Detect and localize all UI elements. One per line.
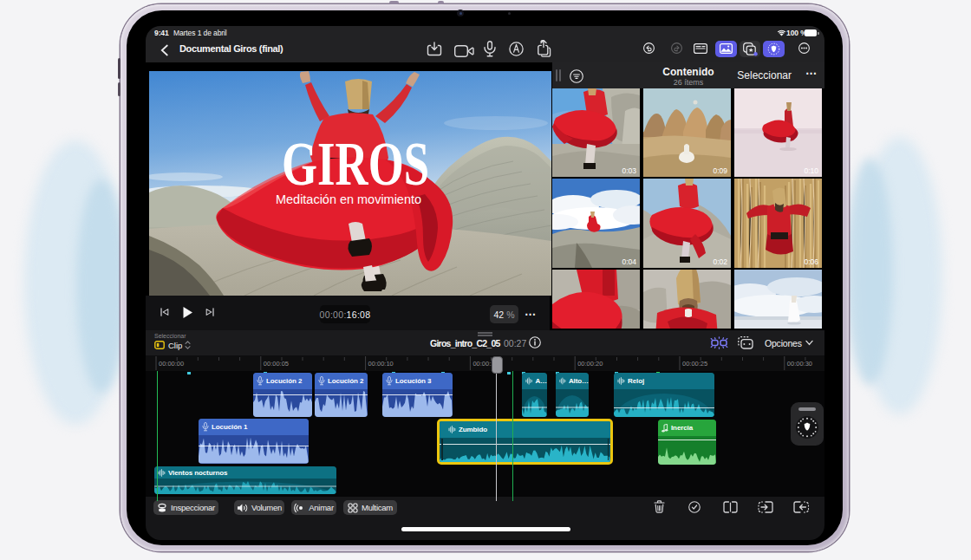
- svg-text:0:06: 0:06: [804, 257, 818, 266]
- svg-text:0:10: 0:10: [804, 166, 818, 175]
- svg-text:00:00:00: 00:00:00: [159, 360, 184, 368]
- svg-text:0:02: 0:02: [713, 257, 727, 266]
- svg-text:00:00:30: 00:00:30: [787, 360, 812, 368]
- svg-text:00:00:05: 00:00:05: [264, 360, 289, 368]
- svg-text:GIROS: GIROS: [282, 129, 429, 199]
- svg-text:0:04: 0:04: [622, 257, 636, 266]
- svg-text:00:00:10: 00:00:10: [368, 360, 394, 368]
- svg-text:00:00:25: 00:00:25: [682, 360, 707, 368]
- svg-text:0:03: 0:03: [622, 166, 636, 175]
- svg-text:Meditación en movimiento: Meditación en movimiento: [276, 192, 421, 206]
- svg-text:0:09: 0:09: [713, 166, 727, 175]
- svg-text:00:00:20: 00:00:20: [577, 360, 603, 368]
